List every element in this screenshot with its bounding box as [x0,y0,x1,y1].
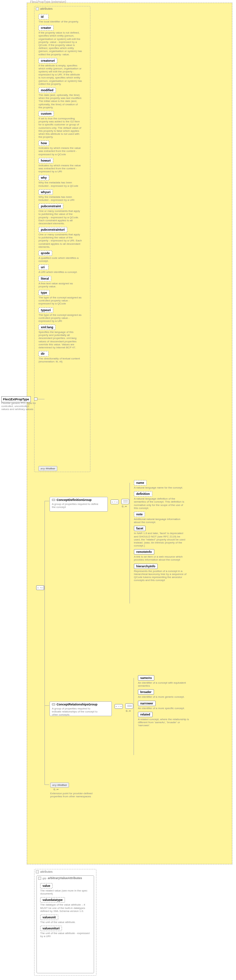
schema-item: remoteInfoA link to an item or a web res… [134,549,191,561]
item-label: id [38,14,49,19]
item-desc: Indicates by which means the value was e… [38,146,82,156]
schema-item: nameA natural language name for the conc… [134,480,191,489]
seq-h1 [44,501,49,501]
item-desc: The related value (see more in the spec … [40,889,90,895]
item-label: why [38,175,49,180]
item-desc: The datatype of the value attribute – it… [40,903,90,913]
schema-item: pubconstraintOne or many constraints tha… [38,204,83,225]
root-type-desc: Flexible generic PCL-type for controlled… [2,402,36,411]
group-desc: A group of properties required to define… [50,503,102,510]
any-other-element: any ##other [50,783,69,788]
item-label: broader [138,689,154,695]
item-desc: An identifier of a more specific concept… [138,707,191,710]
item-desc: The unit of the value attribute - expres… [40,932,90,938]
attributes-panel-bottom: attributes grp arbitraryValueAttributes … [34,869,97,976]
item-desc: An identifier of a more generic concept. [138,695,191,698]
item-label: hierarchyInfo [134,563,158,569]
schema-item: qcodeA qualified code which identifies a… [38,250,83,262]
any-tally: 0..∞ [54,788,59,791]
schema-item: facetIn NAR 1.8 and later, 'facet' is de… [134,526,191,547]
item-label: whyuri [38,189,53,195]
item-label: dir [38,351,49,356]
item-label: modified [38,88,56,93]
schema-item: creatorIf the property value is not defi… [38,25,83,56]
item-desc: A qualified code which identifies a conc… [38,256,82,262]
relationship-items-column: sameAsAn identifier of a concept with eq… [138,675,195,729]
schema-item: idThe local identifier of the property. [38,14,83,23]
item-desc: A link to an item or a web resource whic… [134,555,187,561]
schema-item: modifiedThe date (and, optionally, the t… [38,88,83,109]
schema-item: broaderAn identifier of a more generic c… [138,689,195,698]
item-label: narrower [138,701,156,706]
item-label: name [134,480,147,485]
attributes-column: idThe local identifier of the property.c… [38,14,83,366]
schema-item: sameAsAn identifier of a concept with eq… [138,675,195,687]
item-label: literal [38,276,51,281]
schema-item: typeThe type of the concept assigned as … [38,290,83,305]
attributes-panel-header: attributes [35,6,90,11]
schema-item: whyWhy the metadata has been included - … [38,175,83,187]
item-label: facet [134,526,146,531]
item-label: creatoruri [38,58,57,64]
item-desc: The unit of the value attribute. [40,921,90,924]
attribute-group-header: grp arbitraryValueAttributes [37,876,94,880]
seq-vline [44,501,45,784]
any-prefix: any [52,784,57,786]
item-label: pubconstrainturi [38,227,67,232]
any-elem-desc: Extension point for provider-defined pro… [50,792,94,798]
grp-prefix: grp [43,877,46,880]
any-other-inline: any ##other [38,466,57,471]
schema-item: noteAdditional natural language informat… [134,512,191,524]
item-desc: Why the metadata has been included - exp… [38,196,82,202]
item-desc: Specifies the language of this property … [38,331,82,349]
schema-item: literalA free-text value assigned as pro… [38,276,83,288]
schema-item: pubconstrainturiOne or many constraints … [38,227,83,248]
item-desc: One or many constraints that apply to pu… [38,210,82,225]
item-desc: Why the metadata has been included - exp… [38,181,82,187]
item-label: howuri [38,158,53,163]
item-desc: The local identifier of the property. [38,20,82,23]
schema-item: customIf set to true the corresponding p… [38,111,83,138]
schema-item: definitionA natural language definition … [134,491,191,510]
def-fan [130,483,130,603]
schema-item: typeuriThe type of the concept assigned … [38,307,83,323]
item-label: type [38,290,49,295]
item-label: sameAs [138,675,154,681]
any-label: ##other [57,784,67,786]
schema-item: valuedatatypeThe datatype of the value a… [40,897,92,913]
group-icon [38,877,41,880]
item-label: valuedatatype [40,897,65,902]
concept-relationships-group: ConceptRelationshipsGroup A group of pro… [49,702,112,716]
item-desc: A natural language name for the concept. [134,486,187,489]
concept-definition-group: ConceptDefinitionGroup A group of proper… [49,497,108,512]
item-label: remoteInfo [134,549,154,555]
item-label: related [138,712,153,717]
item-desc: If the attribute is empty, specifies whi… [38,64,82,86]
item-desc: One or many constraints that apply to pu… [38,233,82,248]
schema-item: howIndicates by which means the value wa… [38,140,83,156]
item-desc: The directionality of textual content (e… [38,357,82,363]
attributes-panel-header: attributes [35,869,96,874]
seq-h2 [44,705,49,706]
item-desc: A related concept, where the relationshi… [138,718,191,727]
item-label: typeuri [38,307,53,313]
schema-item: uriA URI which identifies a concept. [38,264,83,274]
group-title: ConceptRelationshipsGroup [57,703,97,706]
def-tally: 0..∞ [122,505,127,508]
any-prefix: any [41,467,45,470]
seq-h3 [44,784,49,785]
item-desc: The type of the concept assigned as cont… [38,313,82,323]
arbitrary-attrs-column: valueThe related value (see more in the … [40,883,92,940]
item-label: note [134,512,145,517]
item-label: custom [38,111,54,116]
schema-item: narrowerAn identifier of a more specific… [138,701,195,710]
item-desc: Additional natural language information … [134,518,187,524]
item-label: how [38,140,49,146]
schema-item: valueunitThe unit of the value attribute… [40,915,92,924]
schema-item: hierarchyInfoRepresents the position of … [134,563,191,582]
rel-fan [133,678,134,755]
definition-items-column: nameA natural language name for the conc… [134,480,191,584]
extension-label: Flex1PropType (extension) [30,0,66,3]
group-header: ConceptDefinitionGroup [50,497,108,503]
item-label: pubconstraint [38,204,63,209]
